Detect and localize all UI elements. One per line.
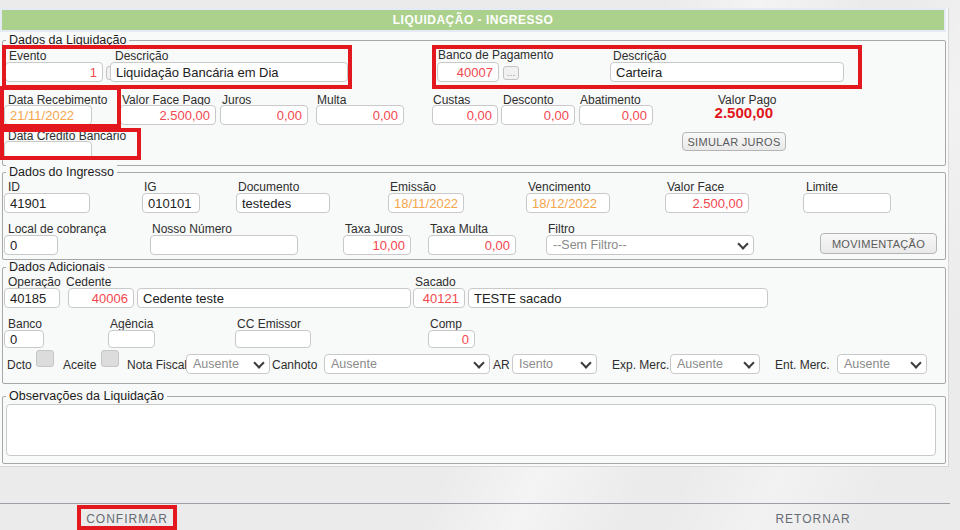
emissao-input[interactable] [388, 193, 464, 213]
confirmar-button[interactable]: CONFIRMAR [77, 512, 177, 526]
aceite-label: Aceite [63, 358, 96, 372]
nota-fiscal-select-value: Ausente [193, 357, 239, 371]
vencimento-label: Vencimento [528, 180, 591, 194]
limite-input[interactable] [803, 193, 891, 213]
ig-label: IG [144, 180, 157, 194]
cc-emissor-input[interactable] [235, 330, 311, 348]
abatimento-input[interactable] [579, 105, 653, 125]
id-label: ID [8, 180, 20, 194]
ar-select[interactable]: Isento [512, 354, 597, 374]
sacado-label: Sacado [415, 275, 456, 289]
filtro-label: Filtro [548, 222, 575, 236]
footer-divider [0, 503, 950, 504]
taxa-multa-label: Taxa Multa [430, 222, 488, 236]
legend-dados-adicionais: Dados Adicionais [6, 260, 108, 274]
cedente-name-input[interactable] [137, 288, 411, 308]
valor-pago-value: 2.500,00 [688, 104, 773, 121]
operacao-input[interactable] [4, 288, 60, 308]
documento-input[interactable] [236, 193, 330, 213]
filtro-select[interactable]: --Sem Filtro-- [546, 235, 754, 255]
taxa-juros-label: Taxa Juros [345, 222, 403, 236]
cc-emissor-label: CC Emissor [237, 317, 301, 331]
banco-pagamento-input[interactable] [437, 62, 499, 82]
chevron-down-icon [910, 357, 921, 368]
banco-label: Banco [8, 317, 42, 331]
observacoes-textarea[interactable] [6, 404, 936, 456]
agencia-input[interactable] [108, 330, 155, 348]
evento-label: Evento [9, 49, 46, 63]
nosso-numero-label: Nosso Número [152, 222, 232, 236]
data-recebimento-input[interactable] [4, 105, 92, 125]
chevron-down-icon [743, 357, 754, 368]
legend-observacoes: Observações da Liquidação [6, 389, 167, 403]
documento-label: Documento [238, 180, 299, 194]
agencia-label: Agência [110, 317, 153, 331]
cedente-label: Cedente [66, 275, 111, 289]
banco-pagamento-label: Banco de Pagamento [438, 48, 553, 62]
comp-label: Comp [430, 317, 462, 331]
custas-input[interactable] [432, 105, 498, 125]
cedente-code-input[interactable] [68, 288, 134, 308]
page-title-text: LIQUIDAÇÃO - INGRESSO [393, 13, 554, 27]
page-title: LIQUIDAÇÃO - INGRESSO [2, 10, 944, 30]
nota-fiscal-label: Nota Fiscal [127, 358, 187, 372]
sacado-name-input[interactable] [468, 288, 768, 308]
descricao-banco-input[interactable] [610, 62, 844, 82]
descricao-evento-input[interactable] [110, 62, 348, 82]
id-input[interactable] [4, 193, 90, 213]
comp-input[interactable] [428, 330, 475, 348]
chevron-down-icon [737, 238, 748, 249]
canhoto-select[interactable]: Ausente [324, 354, 490, 374]
operacao-label: Operação [8, 275, 61, 289]
data-credito-input[interactable] [4, 141, 92, 159]
taxa-multa-input[interactable] [428, 235, 516, 255]
local-cobranca-label: Local de cobrança [8, 222, 106, 236]
ig-input[interactable] [142, 193, 200, 213]
ent-merc-select-value: Ausente [844, 357, 890, 371]
ent-merc-label: Ent. Merc. [775, 358, 830, 372]
dcto-checkbox[interactable] [36, 350, 54, 367]
banco-pagamento-lookup-button[interactable]: ... [503, 66, 519, 80]
valor-face-input[interactable] [665, 193, 749, 213]
ar-select-value: Isento [519, 357, 553, 371]
ent-merc-select[interactable]: Ausente [837, 354, 927, 374]
canhoto-label: Canhoto [272, 358, 317, 372]
nota-fiscal-select[interactable]: Ausente [186, 354, 270, 374]
exp-merc-label: Exp. Merc. [612, 358, 669, 372]
movimentacao-button[interactable]: MOVIMENTAÇÃO [820, 233, 937, 254]
nosso-numero-input[interactable] [150, 235, 298, 255]
desconto-input[interactable] [501, 105, 575, 125]
juros-input[interactable] [220, 105, 308, 125]
chevron-down-icon [473, 357, 484, 368]
canhoto-select-value: Ausente [331, 357, 377, 371]
liquidacao-ingresso-screen: LIQUIDAÇÃO - INGRESSO Dados da Liquidaçã… [0, 0, 960, 530]
limite-label: Limite [806, 180, 838, 194]
filtro-select-value: --Sem Filtro-- [553, 238, 627, 252]
emissao-label: Emissão [390, 180, 436, 194]
exp-merc-select-value: Ausente [677, 357, 723, 371]
ar-label: AR [493, 358, 510, 372]
descricao-banco-label: Descrição [613, 49, 666, 63]
retornar-button[interactable]: RETORNAR [763, 512, 863, 526]
aceite-checkbox[interactable] [101, 350, 119, 367]
evento-input[interactable] [5, 62, 103, 82]
dcto-label: Dcto [7, 358, 32, 372]
vencimento-input[interactable] [526, 193, 610, 213]
multa-input[interactable] [316, 105, 404, 125]
sacado-code-input[interactable] [413, 288, 465, 308]
legend-dados-ingresso: Dados do Ingresso [6, 165, 117, 179]
valor-face-pago-input[interactable] [120, 105, 216, 125]
local-cobranca-input[interactable] [4, 235, 58, 255]
valor-face-label: Valor Face [667, 180, 724, 194]
legend-dados-liquidacao: Dados da Liquidação [6, 33, 129, 47]
exp-merc-select[interactable]: Ausente [670, 354, 760, 374]
descricao-evento-label: Descrição [115, 49, 168, 63]
chevron-down-icon [253, 357, 264, 368]
chevron-down-icon [580, 357, 591, 368]
taxa-juros-input[interactable] [343, 235, 411, 255]
simular-juros-button[interactable]: SIMULAR JUROS [682, 132, 786, 151]
banco-input[interactable] [4, 330, 44, 348]
